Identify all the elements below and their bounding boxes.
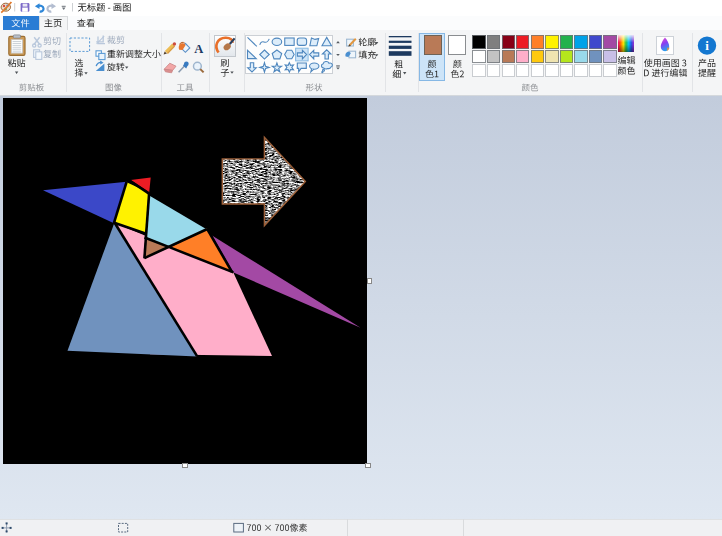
svg-text:i: i xyxy=(705,38,709,53)
svg-text:A: A xyxy=(194,42,203,56)
